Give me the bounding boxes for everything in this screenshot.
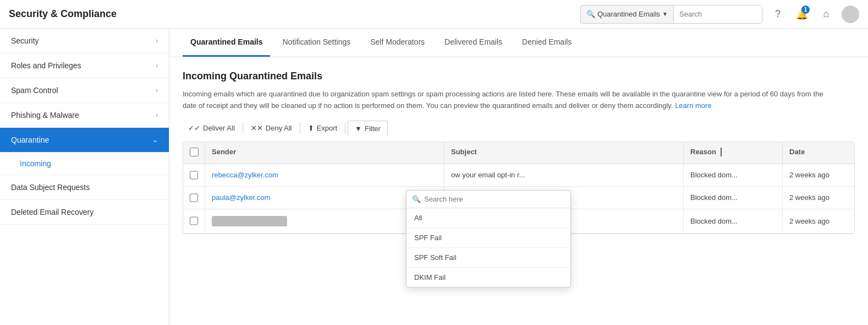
deliver-all-button[interactable]: ✓✓ Deliver All — [183, 121, 240, 136]
col-date: Date — [783, 142, 854, 164]
select-all-checkbox[interactable] — [190, 148, 199, 156]
tab-denied-emails[interactable]: Denied Emails — [514, 29, 579, 57]
search-bar[interactable]: 🔍 Quarantined Emails ▼ — [580, 5, 762, 24]
sidebar-item-quarantine[interactable]: Quarantine ⌄ — [0, 128, 169, 153]
home-button[interactable]: ⌂ — [817, 6, 835, 23]
filter-search-icon: 🔍 — [412, 195, 421, 203]
deliver-all-icon: ✓✓ — [188, 124, 200, 132]
learn-more-link[interactable]: Learn more — [675, 101, 711, 110]
filter-icon: ▼ — [355, 124, 362, 133]
col-subject: Subject — [444, 142, 684, 164]
sender-email-blurred: ██████████████ — [212, 216, 287, 226]
cell-reason: Blocked dom... — [684, 187, 783, 209]
sidebar-item-label: Spam Control — [11, 86, 58, 95]
sidebar-sub-item-incoming[interactable]: Incoming — [0, 153, 169, 175]
search-input[interactable] — [674, 6, 762, 23]
filter-option-spf-soft-fail[interactable]: SPF Soft Fail — [406, 248, 570, 268]
cell-date: 2 weeks ago — [783, 164, 854, 186]
col-sender: Sender — [205, 142, 444, 164]
avatar[interactable] — [842, 6, 859, 23]
tab-self-moderators[interactable]: Self Moderators — [362, 29, 432, 57]
sidebar-item-data-subject[interactable]: Data Subject Requests — [0, 175, 169, 200]
cell-checkbox[interactable] — [183, 164, 205, 186]
sidebar-item-deleted-email[interactable]: Deleted Email Recovery — [0, 200, 169, 225]
sidebar-item-label: Security — [11, 36, 39, 45]
cell-checkbox[interactable] — [183, 209, 205, 233]
sidebar-item-label: Quarantine — [11, 136, 49, 144]
separator-2 — [300, 123, 300, 134]
deny-all-icon: ✕✕ — [251, 124, 263, 132]
row-checkbox[interactable] — [190, 193, 198, 202]
sidebar-item-label: Phishing & Malware — [11, 111, 79, 120]
sender-email[interactable]: paula@zylker.com — [212, 193, 270, 202]
notification-badge: 1 — [801, 6, 810, 14]
sidebar: Security › Roles and Privileges › Spam C… — [0, 29, 169, 325]
filter-option-dkim-fail[interactable]: DKIM Fail — [406, 268, 570, 287]
sidebar-item-spam[interactable]: Spam Control › — [0, 78, 169, 103]
app-title: Security & Compliance — [9, 8, 117, 20]
sidebar-sub-label: Incoming — [20, 159, 51, 168]
sidebar-item-roles[interactable]: Roles and Privileges › — [0, 53, 169, 78]
export-button[interactable]: ⬆ Export — [303, 121, 343, 136]
export-icon: ⬆ — [308, 124, 314, 132]
top-header: Security & Compliance 🔍 Quarantined Emai… — [0, 0, 868, 29]
search-icon: 🔍 — [586, 10, 595, 18]
sidebar-item-label: Roles and Privileges — [11, 61, 81, 70]
notification-wrapper: 🔔 1 — [793, 6, 811, 23]
sidebar-item-security[interactable]: Security › — [0, 29, 169, 53]
sidebar-item-phishing[interactable]: Phishing & Malware › — [0, 103, 169, 128]
col-checkbox — [183, 142, 205, 164]
col-reason: Reason — [684, 142, 783, 164]
cell-reason: Blocked dom... — [684, 164, 783, 186]
table-header: Sender Subject Reason Date — [183, 142, 854, 164]
chevron-right-icon: › — [156, 62, 158, 69]
separator-3 — [345, 123, 345, 134]
help-button[interactable]: ? — [769, 6, 787, 23]
cell-date: 2 weeks ago — [783, 187, 854, 209]
chevron-right-icon: › — [156, 37, 158, 45]
tab-notification-settings[interactable]: Notification Settings — [274, 29, 358, 57]
tabs-bar: Quarantined Emails Notification Settings… — [169, 29, 868, 57]
filter-button[interactable]: ▼ Filter — [348, 121, 388, 136]
table-row[interactable]: rebecca@zylker.com ow your email opt-in … — [183, 164, 854, 187]
row-checkbox[interactable] — [190, 216, 198, 225]
cursor-caret — [721, 148, 727, 156]
chevron-right-icon: › — [156, 111, 158, 119]
chevron-down-icon: ▼ — [662, 11, 668, 17]
filter-option-spf-fail[interactable]: SPF Fail — [406, 228, 570, 248]
tab-quarantined-emails[interactable]: Quarantined Emails — [183, 29, 270, 57]
section-title: Incoming Quarantined Emails — [183, 71, 855, 82]
cell-reason: Blocked dom... — [684, 209, 783, 233]
sidebar-item-label: Deleted Email Recovery — [11, 208, 94, 216]
chevron-right-icon: › — [156, 86, 158, 94]
cell-sender: rebecca@zylker.com — [205, 164, 444, 186]
filter-search-box: 🔍 — [406, 191, 570, 208]
header-right: 🔍 Quarantined Emails ▼ ? 🔔 1 ⌂ — [580, 5, 859, 24]
separator-1 — [243, 123, 243, 134]
search-context-label: Quarantined Emails — [597, 10, 660, 18]
cell-date: 2 weeks ago — [783, 209, 854, 233]
tab-delivered-emails[interactable]: Delivered Emails — [437, 29, 510, 57]
sender-email[interactable]: rebecca@zylker.com — [212, 171, 278, 179]
section-description: Incoming emails which are quarantined du… — [183, 89, 832, 112]
chevron-down-icon: ⌄ — [152, 136, 158, 144]
search-context[interactable]: 🔍 Quarantined Emails ▼ — [581, 6, 674, 23]
filter-search-input[interactable] — [424, 195, 565, 203]
cell-checkbox[interactable] — [183, 187, 205, 209]
sidebar-item-label: Data Subject Requests — [11, 183, 90, 192]
filter-option-all[interactable]: All — [406, 208, 570, 228]
filter-dropdown: 🔍 All SPF Fail SPF Soft Fail DKIM Fail — [406, 190, 571, 288]
row-checkbox[interactable] — [190, 171, 198, 180]
cell-subject: ow your email opt-in r... — [444, 164, 684, 186]
toolbar: ✓✓ Deliver All ✕✕ Deny All ⬆ Export ▼ Fi… — [183, 121, 855, 142]
deny-all-button[interactable]: ✕✕ Deny All — [245, 121, 298, 136]
